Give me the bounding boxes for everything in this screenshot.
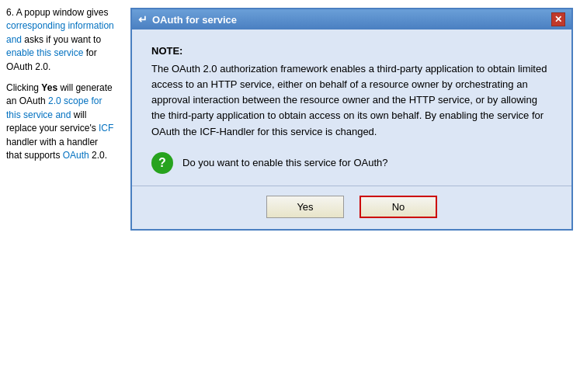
dialog-container: ↵ OAuth for service ✕ NOTE: The OAuth 2.… <box>120 0 587 392</box>
question-text: Do you want to enable this service for O… <box>182 157 387 168</box>
sidebar-paragraph-2: Clicking Yes will generate an OAuth 2.0 … <box>6 82 114 162</box>
dialog-title-icon: ↵ <box>138 13 148 26</box>
note-label: NOTE: <box>151 45 552 57</box>
question-icon: ? <box>151 152 173 174</box>
yes-button[interactable]: Yes <box>266 196 344 218</box>
sidebar: 6. A popup window gives corresponding in… <box>0 0 120 392</box>
sidebar-highlight-enable: enable this service <box>6 47 83 58</box>
question-row: ? Do you want to enable this service for… <box>151 152 552 174</box>
dialog-titlebar: ↵ OAuth for service ✕ <box>132 9 571 29</box>
sidebar-yes-bold: Yes <box>41 82 57 93</box>
sidebar-highlight-icf: ICF <box>99 123 113 134</box>
note-section: NOTE: The OAuth 2.0 authorization framew… <box>151 45 552 140</box>
no-button[interactable]: No <box>359 196 437 218</box>
dialog-title: OAuth for service <box>152 14 237 26</box>
dialog-title-left: ↵ OAuth for service <box>138 13 237 26</box>
sidebar-paragraph-1: 6. A popup window gives corresponding in… <box>6 6 114 74</box>
note-text: The OAuth 2.0 authorization framework en… <box>151 61 552 140</box>
oauth-dialog: ↵ OAuth for service ✕ NOTE: The OAuth 2.… <box>130 8 573 231</box>
sidebar-highlight-corresponding: corresponding <box>6 20 65 31</box>
dialog-buttons: Yes No <box>132 186 571 229</box>
sidebar-highlight-service: service and <box>23 109 71 120</box>
close-button[interactable]: ✕ <box>551 12 565 26</box>
dialog-body: NOTE: The OAuth 2.0 authorization framew… <box>132 29 571 186</box>
sidebar-highlight-oauth: OAuth <box>63 150 89 161</box>
